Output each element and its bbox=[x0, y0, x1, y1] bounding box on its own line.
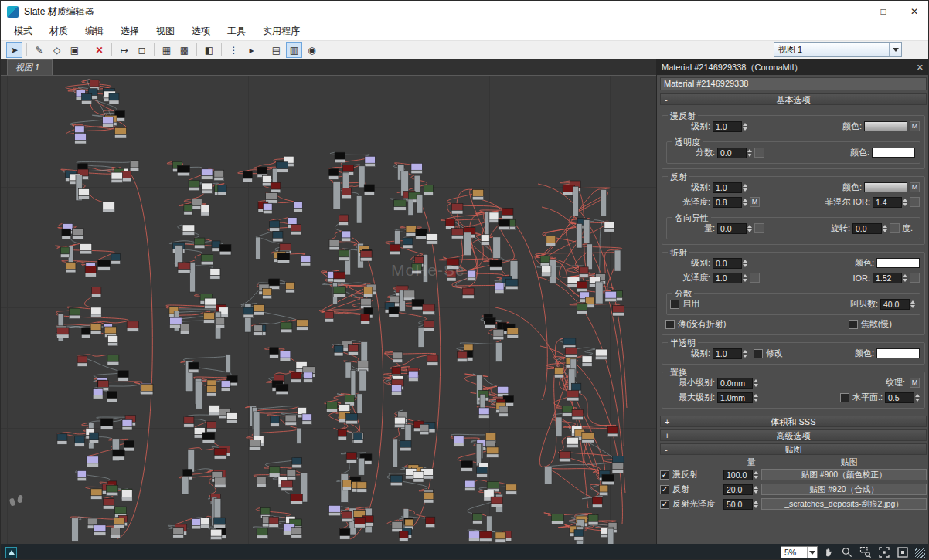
node-graph-canvas[interactable]: MoHe-Se bbox=[1, 76, 656, 544]
fresnel-map-button[interactable] bbox=[910, 197, 920, 207]
refraction-gloss-field[interactable]: 1.0 bbox=[713, 273, 742, 283]
map-amount-field[interactable]: 20.0 bbox=[723, 484, 753, 495]
map-slot-button[interactable]: _scratches_deposits-刮痕2.jpg） bbox=[761, 498, 927, 510]
rollout-advanced[interactable]: + 高级选项 bbox=[660, 429, 927, 441]
menu-utilities[interactable]: 实用程序 bbox=[254, 22, 308, 40]
spinner[interactable] bbox=[743, 350, 747, 358]
map-slot-button[interactable]: 贴图 #900（颜色校正） bbox=[761, 469, 927, 480]
displacement-texture-button[interactable]: M bbox=[910, 378, 920, 388]
spinner[interactable] bbox=[915, 394, 920, 402]
opacity-color-swatch[interactable] bbox=[872, 148, 915, 158]
expand-icon[interactable]: + bbox=[665, 430, 669, 441]
waterlevel-checkbox[interactable] bbox=[840, 393, 849, 402]
chevron-down-icon[interactable] bbox=[807, 547, 817, 558]
menu-mode[interactable]: 模式 bbox=[5, 22, 41, 40]
rotation-field[interactable]: 0.0 bbox=[852, 223, 882, 234]
menu-tools[interactable]: 工具 bbox=[219, 22, 254, 40]
ior-field[interactable]: 1.52 bbox=[873, 273, 902, 283]
fresnel-ior-field[interactable]: 1.4 bbox=[873, 197, 902, 208]
chevron-down-icon[interactable] bbox=[889, 43, 901, 56]
map-slot-button[interactable]: 贴图 #920（合成） bbox=[761, 484, 927, 495]
node-graph[interactable] bbox=[1, 76, 656, 544]
spinner[interactable] bbox=[747, 225, 752, 232]
move-tool-icon[interactable]: ▣ bbox=[66, 42, 83, 58]
spinner[interactable] bbox=[743, 123, 747, 131]
spinner[interactable] bbox=[754, 394, 758, 402]
maximize-button[interactable]: □ bbox=[868, 1, 899, 22]
menu-view[interactable]: 视图 bbox=[148, 22, 183, 40]
spinner[interactable] bbox=[754, 471, 758, 479]
menu-edit[interactable]: 编辑 bbox=[77, 22, 112, 40]
anisotropy-amount-field[interactable]: 0.0 bbox=[717, 223, 747, 234]
waterlevel-field[interactable]: 0.5 bbox=[885, 392, 914, 403]
layout-all-icon[interactable]: ▤ bbox=[268, 42, 284, 58]
collapse-icon[interactable]: - bbox=[665, 94, 668, 105]
refraction-level-field[interactable]: 0.0 bbox=[713, 258, 742, 269]
zoom-tool-icon[interactable] bbox=[839, 545, 855, 559]
opacity-map-button[interactable] bbox=[754, 148, 764, 158]
anisotropy-map-button[interactable] bbox=[754, 223, 764, 233]
close-button[interactable]: ✕ bbox=[899, 1, 929, 22]
edit-tool-icon[interactable]: ✎ bbox=[31, 42, 47, 58]
zoom-level-selector[interactable]: 5% bbox=[781, 546, 818, 558]
pan-hand-icon[interactable] bbox=[821, 545, 836, 559]
map-amount-field[interactable]: 100.0 bbox=[723, 470, 753, 480]
menu-material[interactable]: 材质 bbox=[41, 22, 77, 40]
zoom-extents-icon[interactable] bbox=[876, 545, 892, 559]
spinner[interactable] bbox=[743, 274, 747, 282]
map-enable-checkbox[interactable]: ✓ bbox=[660, 470, 669, 480]
diffuse-color-swatch[interactable] bbox=[864, 121, 907, 131]
spinner[interactable] bbox=[754, 501, 758, 508]
spinner[interactable] bbox=[743, 199, 747, 206]
spinner[interactable] bbox=[903, 274, 907, 282]
pick-tool-icon[interactable]: ◇ bbox=[49, 42, 65, 58]
displacement-min-field[interactable]: 0.0mm bbox=[717, 378, 753, 389]
reflection-gloss-field[interactable]: 0.8 bbox=[713, 197, 742, 208]
refraction-color-swatch[interactable] bbox=[876, 258, 920, 268]
rollout-volume-sss[interactable]: + 体积和 SSS bbox=[660, 416, 927, 427]
expand-icon[interactable]: + bbox=[665, 416, 669, 427]
reflection-color-swatch[interactable] bbox=[864, 182, 907, 192]
map-enable-checkbox[interactable]: ✓ bbox=[660, 485, 669, 494]
reflection-level-field[interactable]: 1.0 bbox=[713, 182, 742, 193]
opacity-fraction-field[interactable]: 0.0 bbox=[717, 148, 747, 158]
diffuse-map-button[interactable]: M bbox=[910, 121, 920, 131]
spinner[interactable] bbox=[903, 199, 907, 206]
zoom-region-icon[interactable] bbox=[858, 545, 873, 559]
caustics-checkbox[interactable] bbox=[849, 320, 858, 329]
translucency-color-swatch[interactable] bbox=[876, 348, 920, 358]
ior-map-button[interactable] bbox=[910, 273, 920, 283]
delete-selected-icon[interactable]: ✕ bbox=[91, 42, 107, 58]
map-enable-checkbox[interactable]: ✓ bbox=[660, 500, 669, 509]
preview-toggle-icon[interactable]: ◻ bbox=[134, 42, 150, 58]
spinner[interactable] bbox=[747, 149, 752, 157]
resize-grip[interactable] bbox=[915, 548, 925, 558]
spinner[interactable] bbox=[743, 184, 747, 192]
tab-view-1[interactable]: 视图 1 bbox=[7, 59, 53, 75]
viewport-selector[interactable]: 视图 1 bbox=[774, 42, 902, 57]
render-map-icon[interactable]: ◧ bbox=[201, 42, 217, 58]
select-children-icon[interactable]: ⋮ bbox=[226, 42, 242, 58]
spinner[interactable] bbox=[754, 486, 758, 494]
reflection-map-button[interactable]: M bbox=[910, 182, 920, 192]
material-name-field[interactable]: Material #2146929338 bbox=[660, 77, 927, 90]
panel-close-icon[interactable]: ✕ bbox=[915, 63, 925, 73]
assign-material-icon[interactable]: ▸ bbox=[243, 42, 260, 58]
zoom-extents-selected-icon[interactable] bbox=[895, 545, 910, 559]
zoom-about-mouse-icon[interactable]: ◉ bbox=[304, 42, 320, 58]
spinner[interactable] bbox=[883, 225, 887, 232]
spinner[interactable] bbox=[754, 379, 758, 387]
minimize-button[interactable]: ─ bbox=[837, 1, 868, 22]
refraction-gloss-map-button[interactable] bbox=[750, 273, 760, 283]
rollout-maps[interactable]: - 贴图 bbox=[660, 443, 927, 455]
dispersion-enable-checkbox[interactable] bbox=[670, 300, 679, 309]
layout-children-icon[interactable]: ▥ bbox=[286, 42, 302, 58]
thin-checkbox[interactable] bbox=[665, 320, 675, 329]
menu-select[interactable]: 选择 bbox=[112, 22, 148, 40]
diffuse-level-field[interactable]: 1.0 bbox=[713, 121, 742, 132]
menu-options[interactable]: 选项 bbox=[183, 22, 219, 40]
translucency-level-field[interactable]: 1.0 bbox=[713, 348, 742, 359]
spinner[interactable] bbox=[743, 260, 747, 267]
abbe-field[interactable]: 40.0 bbox=[880, 299, 910, 310]
reflection-gloss-map-button[interactable]: M bbox=[750, 197, 760, 207]
